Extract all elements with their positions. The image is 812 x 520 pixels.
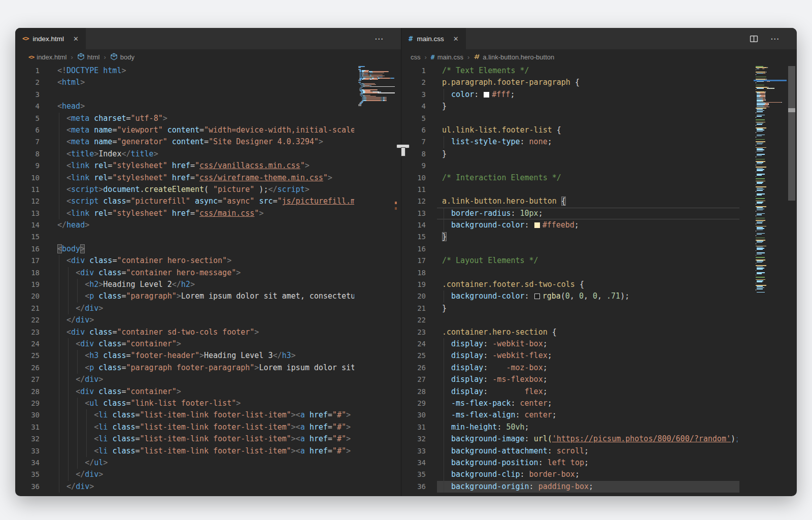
breadcrumb-item[interactable]: a.link-button.hero-button: [473, 53, 554, 61]
code-line[interactable]: 7 list-style-type: none;: [401, 136, 797, 148]
css-rule-symbol-icon: [473, 53, 480, 61]
breadcrumb-index-html[interactable]: <>index.html›html›body: [15, 49, 401, 65]
more-actions-icon[interactable]: ⋯: [375, 34, 384, 44]
code-line[interactable]: 32 <li class="list-item-link footer-list…: [15, 433, 401, 445]
code-line[interactable]: 35 </div>: [15, 469, 401, 480]
code-editor-index-html[interactable]: 1<!DOCTYPE html>2<html>34<head>5 <meta c…: [15, 65, 401, 496]
code-line[interactable]: 15: [15, 231, 401, 243]
code-line[interactable]: 9 <link rel="stylesheet" href="css/vanil…: [15, 160, 401, 172]
code-line[interactable]: 33 background-attachment: scroll;: [401, 445, 797, 457]
code-line[interactable]: 36 background-origin: padding-box;: [401, 481, 797, 493]
code-line[interactable]: 35 background-clip: border-box;: [401, 469, 797, 480]
code-line[interactable]: 4}: [401, 101, 797, 112]
code-line[interactable]: 11 <script>document.createElement( "pict…: [15, 184, 401, 196]
code-line[interactable]: 22 </div>: [15, 314, 401, 326]
code-line[interactable]: 32 background-image: url('https://picsum…: [401, 433, 797, 445]
code-line[interactable]: 10/* Interaction Elements */: [401, 172, 797, 184]
code-line[interactable]: 13 <link rel="stylesheet" href="css/main…: [15, 208, 401, 219]
code-line[interactable]: 29 -ms-flex-pack: center;: [401, 398, 797, 409]
editor-group-left: <> index.html ✕ ⋯ <>index.html›html›body…: [15, 28, 401, 496]
tab-main-css[interactable]: # main.css ✕: [401, 28, 466, 49]
color-swatch[interactable]: [534, 222, 540, 228]
code-line[interactable]: 16: [401, 243, 797, 255]
code-line[interactable]: 15}: [401, 231, 797, 243]
breadcrumb-item[interactable]: css: [411, 53, 421, 61]
code-line[interactable]: 5: [401, 113, 797, 124]
code-line[interactable]: 24 <div class="container">: [15, 338, 401, 350]
code-line[interactable]: 36 </div>: [15, 481, 401, 493]
code-line[interactable]: 22: [401, 314, 797, 326]
code-line[interactable]: 7 <meta name="generator" content="Site D…: [15, 136, 401, 148]
close-tab-icon[interactable]: ✕: [453, 35, 459, 43]
code-line[interactable]: 9: [401, 160, 797, 172]
code-editor-main-css[interactable]: 1/* Text Elements */2p.paragraph.footer-…: [401, 65, 797, 496]
code-line[interactable]: 19 <h2>Heading Level 2</h2>: [15, 279, 401, 290]
code-line[interactable]: 17 <div class="container hero-section">: [15, 255, 401, 267]
code-line[interactable]: 34 </ul>: [15, 457, 401, 469]
split-editor-icon[interactable]: [750, 35, 758, 43]
color-swatch[interactable]: [484, 92, 489, 98]
code-line[interactable]: 18 <div class="container hero-message">: [15, 267, 401, 279]
code-line[interactable]: 20 <p class="paragraph">Lorem ipsum dolo…: [15, 290, 401, 302]
code-line[interactable]: 17/* Layout Elements */: [401, 255, 797, 267]
code-line[interactable]: 20 background-color: rgba(0, 0, 0, .71);: [401, 290, 797, 302]
code-line[interactable]: 28 <div class="container">: [15, 386, 401, 398]
breadcrumb-item[interactable]: body: [110, 53, 134, 62]
code-line[interactable]: 30 -ms-flex-align: center;: [401, 409, 797, 421]
breadcrumb-item[interactable]: <>index.html: [28, 53, 67, 61]
code-line[interactable]: 34 background-position: left top;: [401, 457, 797, 469]
close-tab-icon[interactable]: ✕: [73, 35, 79, 43]
code-line[interactable]: 10 <link rel="stylesheet" href="css/wire…: [15, 172, 401, 184]
code-line[interactable]: 11: [401, 184, 797, 196]
color-swatch[interactable]: [534, 294, 540, 299]
code-line[interactable]: 26 <p class="paragraph footer-paragraph"…: [15, 362, 401, 374]
code-line[interactable]: 25 <h3 class="footer-header">Heading Lev…: [15, 350, 401, 362]
code-line[interactable]: 31 min-height: 50vh;: [401, 421, 797, 433]
code-line[interactable]: 13 border-radius: 10px;: [401, 208, 797, 219]
code-line[interactable]: 18: [401, 267, 797, 279]
minimap-right[interactable]: [756, 66, 785, 293]
breadcrumb-item[interactable]: html: [77, 53, 100, 62]
code-line[interactable]: 26 display: -moz-box;: [401, 362, 797, 374]
code-line[interactable]: 2p.paragraph.footer-paragraph {: [401, 77, 797, 88]
code-line[interactable]: 29 <ul class="link-list footer-list">: [15, 398, 401, 409]
code-line[interactable]: 25 display: -webkit-flex;: [401, 350, 797, 362]
line-number: 25: [15, 350, 40, 362]
code-line[interactable]: 23 <div class="container sd-two-cols foo…: [15, 327, 401, 338]
code-line[interactable]: 16<body>: [15, 243, 401, 255]
code-line[interactable]: 3 color: #fff;: [401, 89, 797, 101]
more-actions-icon[interactable]: ⋯: [770, 34, 780, 44]
code-line[interactable]: 19.container.footer.sd-two-cols {: [401, 279, 797, 290]
breadcrumb-item[interactable]: #main.css: [431, 53, 463, 61]
code-line[interactable]: 14</head>: [15, 219, 401, 231]
code-line[interactable]: 4<head>: [15, 101, 401, 112]
code-line[interactable]: 23.container.hero-section {: [401, 327, 797, 338]
code-line[interactable]: 27 display: -ms-flexbox;: [401, 374, 797, 385]
code-line[interactable]: 33 <li class="list-item-link footer-list…: [15, 445, 401, 457]
code-line[interactable]: 27 </div>: [15, 374, 401, 385]
code-line[interactable]: 21 </div>: [15, 303, 401, 314]
code-line[interactable]: 14 background-color: #ffeebd;: [401, 219, 797, 231]
code-line[interactable]: 24 display: -webkit-box;: [401, 338, 797, 350]
code-line[interactable]: 12a.link-button.hero-button {: [401, 196, 797, 207]
scrollbar-thumb[interactable]: [788, 66, 795, 201]
code-line[interactable]: 8 <title>Index</title>: [15, 148, 401, 160]
line-number: 16: [15, 243, 40, 255]
code-line[interactable]: 1<!DOCTYPE html>: [15, 65, 401, 77]
code-line[interactable]: 21}: [401, 303, 797, 314]
minimap-left[interactable]: [358, 66, 399, 107]
code-line[interactable]: 6 <meta name="viewport" content="width=d…: [15, 124, 401, 136]
line-number: 10: [401, 172, 426, 184]
code-line[interactable]: 1/* Text Elements */: [401, 65, 797, 77]
breadcrumb-main-css[interactable]: css›#main.css›a.link-button.hero-button: [401, 49, 797, 65]
code-line[interactable]: 3: [15, 89, 401, 101]
code-line[interactable]: 30 <li class="list-item-link footer-list…: [15, 409, 401, 421]
code-line[interactable]: 8}: [401, 148, 797, 160]
code-line[interactable]: 6ul.link-list.footer-list {: [401, 124, 797, 136]
code-line[interactable]: 2<html>: [15, 77, 401, 88]
code-line[interactable]: 28 display: flex;: [401, 386, 797, 398]
tab-index-html[interactable]: <> index.html ✕: [15, 28, 86, 49]
code-line[interactable]: 5 <meta charset="utf-8">: [15, 113, 401, 124]
code-line[interactable]: 31 <li class="list-item-link footer-list…: [15, 421, 401, 433]
code-line[interactable]: 12 <script class="picturefill" async="as…: [15, 196, 401, 207]
